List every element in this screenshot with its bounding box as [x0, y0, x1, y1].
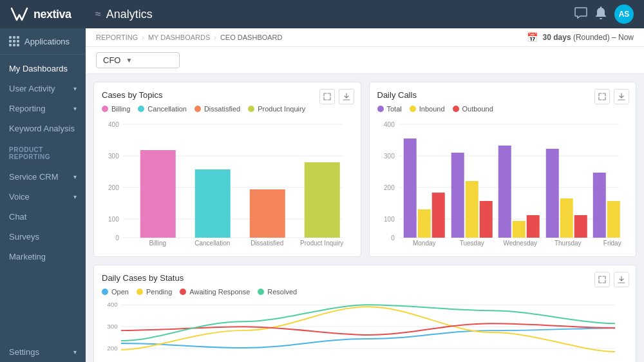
legend-open: Open	[102, 288, 129, 296]
content-header: REPORTING › MY DASHBOARDS › CEO DASHBOAR…	[86, 28, 644, 47]
legend-dot-pending	[137, 289, 143, 295]
legend-dot-inbound	[410, 106, 416, 112]
sidebar-item-surveys[interactable]: Surveys	[0, 227, 86, 247]
dashboard-selector-area: CFO ▼	[86, 47, 644, 74]
daily-calls-card: Daily Calls Total	[369, 82, 637, 257]
dashboard-dropdown[interactable]: CFO ▼	[96, 52, 180, 68]
legend-dot-cancellation	[138, 106, 144, 112]
svg-rect-33	[545, 149, 558, 238]
sidebar-item-my-dashboards[interactable]: My Dashboards	[0, 59, 86, 79]
cases-by-topics-card: Cases by Topics Billing	[93, 82, 361, 257]
legend-pending: Pending	[137, 288, 172, 296]
sidebar-item-label: Surveys	[9, 232, 39, 242]
legend-dissatisfied: Dissatisfied	[194, 105, 240, 113]
svg-text:400: 400	[384, 121, 395, 128]
daily-cases-expand-button[interactable]	[594, 272, 610, 287]
sidebar-item-user-activity[interactable]: User Activity ▾	[0, 79, 86, 99]
sidebar-item-label: Chat	[9, 212, 26, 222]
sidebar-product-nav: Service CRM ▾ Voice ▾ Chat Surveys Marke…	[0, 163, 86, 271]
breadcrumb-my-dashboards[interactable]: MY DASHBOARDS	[148, 33, 210, 41]
legend-dot-billing	[102, 106, 108, 112]
legend-label-open: Open	[111, 288, 129, 296]
sidebar-item-label: Service CRM	[9, 172, 59, 182]
svg-text:Thursday: Thursday	[554, 240, 581, 247]
daily-calls-download-button[interactable]	[614, 89, 629, 104]
sidebar-item-label: User Activity	[9, 84, 55, 93]
svg-text:Wednesday: Wednesday	[503, 240, 537, 247]
topbar-actions: AS	[574, 5, 634, 24]
topbar: nextiva ≈ Analytics AS	[0, 0, 644, 28]
cases-expand-button[interactable]	[319, 89, 335, 104]
legend-label-billing: Billing	[111, 105, 130, 113]
legend-dot-resolved	[258, 289, 264, 295]
svg-text:Tuesday: Tuesday	[459, 240, 484, 247]
sidebar-item-chat[interactable]: Chat	[0, 207, 86, 227]
svg-text:200: 200	[384, 184, 395, 191]
content-area: REPORTING › MY DASHBOARDS › CEO DASHBOAR…	[86, 28, 644, 362]
bar-billing	[140, 150, 176, 238]
legend-dot-product-inquiry	[248, 106, 254, 112]
svg-text:Billing: Billing	[149, 240, 166, 247]
sidebar-item-label: Marketing	[9, 252, 46, 262]
sidebar: Applications My Dashboards User Activity…	[0, 28, 86, 362]
daily-calls-expand-button[interactable]	[594, 89, 610, 104]
sidebar-item-keyword-analysis[interactable]: Keyword Analysis	[0, 119, 86, 138]
sidebar-item-voice[interactable]: Voice ▾	[0, 187, 86, 207]
svg-text:Product Inquiry: Product Inquiry	[300, 240, 343, 247]
apps-grid-icon	[9, 36, 19, 46]
topbar-title: Analytics	[106, 8, 153, 21]
svg-text:400: 400	[107, 301, 118, 308]
sidebar-item-reporting[interactable]: Reporting ▾	[0, 99, 86, 119]
svg-text:200: 200	[108, 184, 119, 191]
dashboard-selected-value: CFO	[103, 55, 120, 65]
daily-calls-bar-chart: 400 300 200 100 0	[377, 118, 629, 247]
chevron-down-icon: ▾	[73, 193, 77, 200]
nextiva-logo-icon	[10, 7, 28, 21]
daily-calls-chart-actions	[594, 89, 629, 104]
legend-label-resolved: Resolved	[267, 288, 297, 296]
legend-label-inbound: Inbound	[419, 105, 445, 113]
svg-rect-26	[431, 193, 444, 238]
svg-rect-29	[479, 201, 492, 238]
legend-awaiting-response: Awaiting Response	[180, 288, 250, 296]
sidebar-item-service-crm[interactable]: Service CRM ▾	[0, 167, 86, 187]
chevron-down-icon: ▾	[73, 105, 77, 112]
sidebar-item-label: Settings	[9, 347, 39, 357]
svg-text:300: 300	[108, 153, 119, 160]
sidebar-item-marketing[interactable]: Marketing	[0, 247, 86, 267]
charts-area: Cases by Topics Billing	[86, 74, 644, 362]
svg-rect-25	[417, 209, 430, 238]
sidebar-apps-button[interactable]: Applications	[0, 28, 86, 55]
legend-resolved: Resolved	[258, 288, 297, 296]
legend-label-product-inquiry: Product Inquiry	[258, 105, 305, 113]
svg-text:0: 0	[391, 234, 395, 242]
daily-cases-download-button[interactable]	[614, 272, 629, 287]
bar-product-inquiry	[305, 162, 340, 238]
bar-cancellation	[195, 169, 231, 238]
legend-product-inquiry: Product Inquiry	[248, 105, 305, 113]
svg-text:300: 300	[107, 323, 118, 330]
topbar-title-area: ≈ Analytics	[95, 8, 153, 21]
legend-label-awaiting-response: Awaiting Response	[189, 288, 250, 296]
cases-download-button[interactable]	[339, 89, 354, 104]
breadcrumb-reporting[interactable]: REPORTING	[96, 33, 138, 41]
svg-rect-37	[607, 201, 620, 238]
sidebar-nav: My Dashboards User Activity ▾ Reporting …	[0, 55, 86, 142]
breadcrumb-current: CEO DASHBOARD	[220, 33, 283, 41]
notification-icon[interactable]	[595, 6, 607, 23]
sidebar-section-product-reporting: PRODUCT REPORTING	[0, 142, 86, 163]
sidebar-item-settings[interactable]: Settings ▾	[0, 342, 86, 362]
sidebar-item-label: My Dashboards	[9, 64, 68, 73]
chat-icon[interactable]	[574, 7, 587, 22]
cases-chart-svg-container: 400 300 200 100 0	[102, 118, 353, 249]
breadcrumb: REPORTING › MY DASHBOARDS › CEO DASHBOAR…	[96, 33, 283, 41]
svg-text:Cancellation: Cancellation	[194, 240, 230, 247]
svg-text:Dissatisfied: Dissatisfied	[251, 240, 283, 247]
cases-chart-actions	[319, 89, 354, 104]
user-avatar[interactable]: AS	[614, 5, 634, 24]
chevron-down-icon: ▾	[73, 85, 77, 92]
sidebar-item-label: Keyword Analysis	[9, 124, 75, 133]
svg-rect-34	[560, 198, 573, 238]
legend-label-pending: Pending	[146, 288, 172, 296]
legend-total: Total	[377, 105, 402, 113]
